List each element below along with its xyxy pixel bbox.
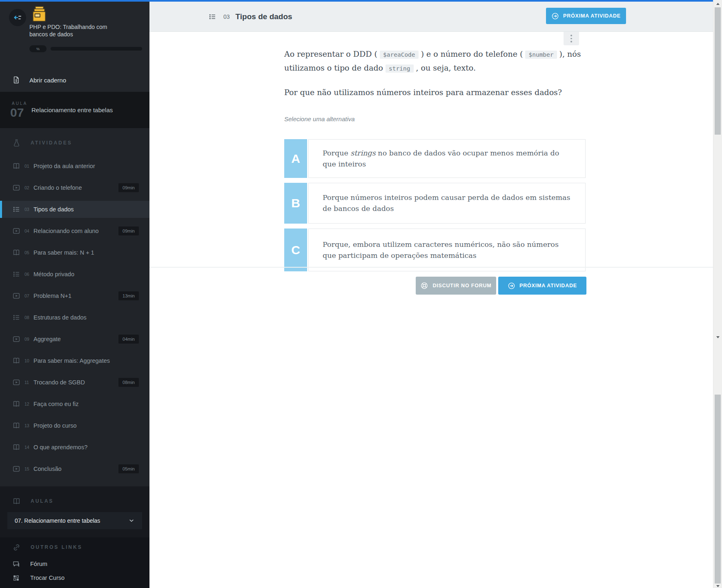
next-activity-button-top[interactable]: PRÓXIMA ATIVIDADE: [546, 8, 626, 24]
sidebar-item-trocar-curso[interactable]: Trocar Curso: [0, 572, 149, 584]
activity-item-05[interactable]: 05 Para saber mais: N + 1: [0, 244, 149, 261]
sidebar-item-forum[interactable]: Fórum: [0, 558, 149, 570]
question-prompt: Por que não utilizamos números inteiros …: [284, 86, 588, 99]
activity-item-15[interactable]: 15 Conclusão 05min: [0, 460, 149, 477]
activity-number: 13: [25, 423, 33, 428]
quiz-list-icon: [208, 13, 216, 21]
trocar-curso-label: Trocar Curso: [30, 575, 65, 581]
course-title[interactable]: PHP e PDO: Trabalhando com bancos de dad…: [29, 23, 121, 38]
other-links-section-header: OUTROS LINKS: [0, 538, 149, 556]
alternative-letter: C: [284, 229, 307, 271]
kebab-dot: [570, 38, 572, 40]
alternative-b[interactable]: B Porque números inteiros podem causar p…: [284, 183, 586, 224]
select-alternative-hint: Selecione uma alternativa: [284, 113, 588, 126]
next-activity-button-bottom[interactable]: PRÓXIMA ATIVIDADE: [498, 277, 586, 295]
alternatives-list: A Porque strings no banco de dados vão o…: [284, 139, 586, 271]
video-icon: [12, 465, 20, 473]
open-notebook-button[interactable]: Abrir caderno: [0, 69, 149, 91]
alternative-a[interactable]: A Porque strings no banco de dados vão o…: [284, 139, 586, 178]
collapse-arrow-icon: [13, 13, 22, 22]
flask-icon: [12, 139, 21, 147]
activity-number: 01: [25, 164, 33, 169]
grid-icon: [12, 574, 20, 582]
alternative-text-content: Porque strings no banco de dados vão ocu…: [323, 148, 571, 170]
book-open-icon: [12, 400, 20, 408]
activity-item-14[interactable]: 14 O que aprendemos?: [0, 439, 149, 456]
activity-item-07[interactable]: 07 Problema N+1 13min: [0, 287, 149, 304]
course-progress-bar: [51, 47, 142, 51]
lesson-select-dropdown[interactable]: 07. Relacionamento entre tabelas: [7, 512, 142, 529]
more-options-button[interactable]: [564, 32, 579, 45]
book-open-icon: [12, 249, 20, 257]
other-links-section: OUTROS LINKS Fórum Trocar Curso: [0, 537, 149, 588]
alternative-letter: A: [284, 139, 307, 178]
alternative-text: Porque strings no banco de dados vão ocu…: [308, 139, 586, 178]
activity-label: Aggregate: [33, 336, 61, 342]
activity-item-11[interactable]: 11 Trocando de SGBD 08min: [0, 374, 149, 391]
next-activity-label: PRÓXIMA ATIVIDADE: [519, 283, 577, 288]
kebab-dot: [570, 35, 572, 36]
activity-number: 02: [25, 185, 33, 190]
forum-label: Fórum: [30, 561, 47, 567]
duration-badge: 09min: [118, 226, 139, 235]
activity-item-04[interactable]: 04 Relacionando com aluno 09min: [0, 222, 149, 240]
activity-item-09[interactable]: 09 Aggregate 04min: [0, 331, 149, 348]
activity-item-13[interactable]: 13 Projeto do curso: [0, 417, 149, 434]
video-icon: [12, 292, 20, 300]
scrollbar-thumb-content[interactable]: [715, 7, 721, 135]
chat-icon: [12, 560, 20, 568]
course-logo-icon: [29, 6, 50, 23]
activity-item-10[interactable]: 10 Para saber mais: Aggregates: [0, 352, 149, 369]
link-icon: [12, 543, 21, 552]
activity-number: 12: [25, 402, 33, 406]
activity-label: Criando o telefone: [33, 184, 82, 191]
alternative-text-content: Porque números inteiros podem causar per…: [323, 192, 571, 214]
book-open-icon: [12, 422, 20, 430]
activities-section-header: ATIVIDADES: [0, 134, 149, 152]
next-activity-label: PRÓXIMA ATIVIDADE: [563, 13, 621, 19]
activity-number: 14: [25, 445, 33, 450]
activity-number: 05: [25, 250, 33, 255]
scrollbar-up-arrow[interactable]: [716, 3, 720, 5]
discuss-forum-button[interactable]: DISCUTIR NO FORUM: [416, 277, 496, 295]
activity-item-06[interactable]: 06 Método privado: [0, 266, 149, 283]
activity-item-08[interactable]: 08 Estruturas de dados: [0, 309, 149, 326]
duration-badge: 04min: [118, 335, 139, 344]
alternative-c[interactable]: C Porque, embora utilizem caracteres num…: [284, 229, 586, 271]
activity-label: O que aprendemos?: [33, 444, 87, 450]
scrollbar-down-arrow[interactable]: [716, 585, 720, 587]
lesson-kicker: AULA: [12, 101, 27, 106]
scrollbar-down-arrow[interactable]: [716, 336, 720, 338]
alternative-text: Porque números inteiros podem causar per…: [308, 183, 586, 224]
activity-number: 03: [25, 207, 33, 212]
book-open-icon: [12, 443, 20, 451]
activity-item-01[interactable]: 01 Projeto da aula anterior: [0, 158, 149, 175]
activities-section: ATIVIDADES 01 Projeto da aula anterior 0…: [0, 128, 149, 486]
activity-label: Problema N+1: [33, 293, 71, 299]
activity-label: Trocando de SGBD: [33, 379, 85, 386]
video-icon: [12, 335, 20, 343]
activity-label: Faça como eu fiz: [33, 401, 78, 407]
activity-item-02[interactable]: 02 Criando o telefone 09min: [0, 179, 149, 196]
page-scrollbar: [713, 0, 722, 588]
video-icon: [12, 227, 20, 235]
activity-item-03-active[interactable]: 03 Tipos de dados: [0, 201, 149, 218]
activity-label: Para saber mais: N + 1: [33, 249, 94, 256]
content-divider: [149, 267, 713, 268]
course-sidebar: PHP e PDO: Trabalhando com bancos de dad…: [0, 0, 149, 588]
lessons-section-header: AULAS: [0, 492, 149, 510]
top-accent-line: [0, 0, 713, 2]
life-ring-icon: [420, 282, 428, 290]
book-icon: [12, 497, 21, 506]
activity-number: 07: [25, 293, 33, 298]
lessons-section: AULAS 07. Relacionamento entre tabelas: [0, 486, 149, 537]
scrollbar-thumb-page[interactable]: [715, 395, 721, 584]
activity-label: Conclusão: [33, 466, 62, 472]
activity-item-12[interactable]: 12 Faça como eu fiz: [0, 395, 149, 413]
activity-number: 11: [25, 380, 33, 385]
kebab-dot: [570, 41, 572, 42]
chevron-down-icon: [128, 517, 135, 524]
question-intro: Ao representar o DDD ( $areaCode ) e o n…: [284, 47, 588, 75]
collapse-sidebar-button[interactable]: [9, 9, 26, 26]
notebook-doc-icon: [12, 76, 20, 84]
